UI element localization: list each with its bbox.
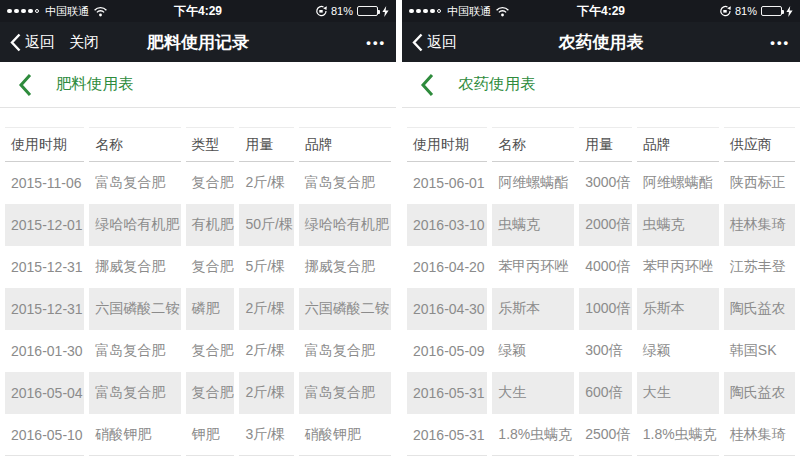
column-header: 名称 <box>89 127 180 162</box>
table-cell: 绿哈哈有机肥 <box>89 204 180 246</box>
table-cell: 富岛复合肥 <box>299 162 391 204</box>
table-cell: 乐斯本 <box>637 288 719 330</box>
table-cell: 陶氏益农 <box>724 288 795 330</box>
table-cell: 2015-12-31 <box>5 288 84 330</box>
table-cell: 2015-11-06 <box>5 162 84 204</box>
back-button[interactable]: 返回 关闭 <box>10 33 99 52</box>
table-cell: 韩国SK <box>724 330 795 372</box>
table-cell: 绿颖 <box>637 330 719 372</box>
back-chevron-icon <box>10 33 21 52</box>
table-cell: 2斤/棵 <box>239 372 293 414</box>
table-cell: 陶氏益农 <box>724 372 795 414</box>
section-back-icon[interactable] <box>420 73 434 97</box>
table-cell: 2斤/棵 <box>239 288 293 330</box>
table-cell: 虫螨克 <box>492 204 574 246</box>
pesticide-table: 使用时期名称用量品牌供应商 2015-06-01阿维螺螨酯3000倍阿维螺螨酯陕… <box>402 127 800 456</box>
table-cell: 绿颖 <box>492 330 574 372</box>
table-cell: 50斤/棵 <box>239 204 293 246</box>
table-cell: 2016-04-30 <box>407 288 487 330</box>
table-cell: 2016-05-31 <box>407 372 487 414</box>
table-cell: 2015-06-01 <box>407 162 487 204</box>
table-cell: 绿哈哈有机肥 <box>299 204 391 246</box>
table-cell: 苯甲丙环唑 <box>492 246 574 288</box>
table-cell: 1.8%虫螨克 <box>637 414 719 456</box>
table-cell: 磷肥 <box>186 288 235 330</box>
table-row: 2016-05-10硝酸钾肥钾肥3斤/棵硝酸钾肥 <box>5 414 391 456</box>
fertilizer-table: 使用时期名称类型用量品牌 2015-11-06富岛复合肥复合肥2斤/棵富岛复合肥… <box>0 127 396 456</box>
page-title: 农药使用表 <box>402 31 800 54</box>
table-cell: 600倍 <box>579 372 632 414</box>
table-cell: 2016-05-10 <box>5 414 84 456</box>
table-cell: 六国磷酸二铵 <box>299 288 391 330</box>
table-cell: 2016-04-20 <box>407 246 487 288</box>
table-cell: 挪威复合肥 <box>89 246 180 288</box>
table-row: 2016-05-311.8%虫螨克2500倍1.8%虫螨克桂林集琦 <box>407 414 795 456</box>
section-header: 农药使用表 <box>402 62 800 108</box>
table-cell: 300倍 <box>579 330 632 372</box>
more-menu-button[interactable]: ••• <box>770 35 790 50</box>
phone-screen-fertilizer: 中国联通 下午4:29 81% <box>0 0 396 460</box>
table-row: 2016-05-04富岛复合肥复合肥2斤/棵富岛复合肥 <box>5 372 391 414</box>
table-row: 2016-04-30乐斯本1000倍乐斯本陶氏益农 <box>407 288 795 330</box>
table-cell: 富岛复合肥 <box>299 372 391 414</box>
table-header-row: 使用时期名称用量品牌供应商 <box>407 127 795 162</box>
table-cell: 复合肥 <box>186 330 235 372</box>
more-menu-button[interactable]: ••• <box>366 35 386 50</box>
table-cell: 2015-12-01 <box>5 204 84 246</box>
section-header: 肥料使用表 <box>0 62 396 108</box>
table-cell: 2000倍 <box>579 204 632 246</box>
table-cell: 六国磷酸二铵 <box>89 288 180 330</box>
table-row: 2015-11-06富岛复合肥复合肥2斤/棵富岛复合肥 <box>5 162 391 204</box>
back-chevron-icon <box>412 33 423 52</box>
back-button-label: 返回 <box>25 33 55 52</box>
table-cell: 陕西标正 <box>724 162 795 204</box>
stage: 中国联通 下午4:29 81% <box>0 0 800 460</box>
phone-screen-pesticide: 中国联通 下午4:29 81% <box>402 0 800 460</box>
table-cell: 5斤/棵 <box>239 246 293 288</box>
column-header: 用量 <box>239 127 293 162</box>
back-button[interactable]: 返回 <box>412 33 457 52</box>
column-header: 供应商 <box>724 127 795 162</box>
section-title: 肥料使用表 <box>56 74 134 95</box>
section-title: 农药使用表 <box>458 74 536 95</box>
table-cell: 2500倍 <box>579 414 632 456</box>
table-cell: 富岛复合肥 <box>89 372 180 414</box>
nav-bar: 返回 关闭 肥料使用记录 ••• <box>0 22 396 62</box>
column-header: 品牌 <box>299 127 391 162</box>
table-cell: 硝酸钾肥 <box>299 414 391 456</box>
table-cell: 3000倍 <box>579 162 632 204</box>
table-header-row: 使用时期名称类型用量品牌 <box>5 127 391 162</box>
back-button-label: 返回 <box>427 33 457 52</box>
table-row: 2016-05-31大生600倍大生陶氏益农 <box>407 372 795 414</box>
table-cell: 乐斯本 <box>492 288 574 330</box>
table-cell: 2斤/棵 <box>239 330 293 372</box>
table-cell: 1000倍 <box>579 288 632 330</box>
column-header: 类型 <box>186 127 235 162</box>
table-cell: 3斤/棵 <box>239 414 293 456</box>
table-cell: 复合肥 <box>186 372 235 414</box>
section-back-icon[interactable] <box>18 73 32 97</box>
table-row: 2015-12-31六国磷酸二铵磷肥2斤/棵六国磷酸二铵 <box>5 288 391 330</box>
status-bar: 中国联通 下午4:29 81% <box>402 0 800 22</box>
table-cell: 大生 <box>492 372 574 414</box>
table-cell: 复合肥 <box>186 162 235 204</box>
table-cell: 富岛复合肥 <box>299 330 391 372</box>
table-cell: 2016-05-09 <box>407 330 487 372</box>
battery-icon <box>761 6 782 16</box>
table-cell: 大生 <box>637 372 719 414</box>
table-cell: 1.8%虫螨克 <box>492 414 574 456</box>
battery-icon <box>357 6 378 16</box>
nav-bar: 返回 农药使用表 ••• <box>402 22 800 62</box>
table-cell: 阿维螺螨酯 <box>637 162 719 204</box>
table-cell: 2015-12-31 <box>5 246 84 288</box>
status-time: 下午4:29 <box>0 3 396 20</box>
table-cell: 复合肥 <box>186 246 235 288</box>
table-cell: 2016-05-04 <box>5 372 84 414</box>
table-cell: 2016-01-30 <box>5 330 84 372</box>
column-header: 使用时期 <box>5 127 84 162</box>
table-row: 2015-12-01绿哈哈有机肥有机肥50斤/棵绿哈哈有机肥 <box>5 204 391 246</box>
table-cell: 钾肥 <box>186 414 235 456</box>
table-cell: 2016-05-31 <box>407 414 487 456</box>
close-button[interactable]: 关闭 <box>69 33 99 52</box>
table-cell: 苯甲丙环唑 <box>637 246 719 288</box>
